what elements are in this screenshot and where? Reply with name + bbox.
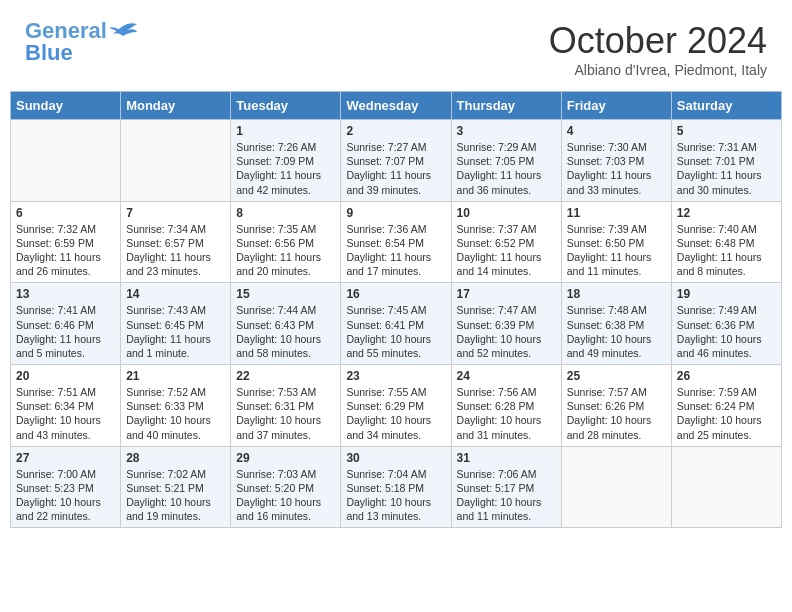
day-number: 19 xyxy=(677,287,776,301)
day-info: Sunset: 7:01 PM xyxy=(677,154,776,168)
day-info: Sunset: 6:38 PM xyxy=(567,318,666,332)
day-info: Daylight: 11 hours and 26 minutes. xyxy=(16,250,115,278)
location-subtitle: Albiano d'Ivrea, Piedmont, Italy xyxy=(549,62,767,78)
day-info: Daylight: 11 hours and 39 minutes. xyxy=(346,168,445,196)
calendar-cell: 21Sunrise: 7:52 AMSunset: 6:33 PMDayligh… xyxy=(121,365,231,447)
calendar-cell: 10Sunrise: 7:37 AMSunset: 6:52 PMDayligh… xyxy=(451,201,561,283)
day-info: Sunset: 7:05 PM xyxy=(457,154,556,168)
day-info: Sunrise: 7:06 AM xyxy=(457,467,556,481)
day-number: 15 xyxy=(236,287,335,301)
day-info: Sunrise: 7:56 AM xyxy=(457,385,556,399)
day-info: Sunrise: 7:35 AM xyxy=(236,222,335,236)
day-info: Sunset: 5:23 PM xyxy=(16,481,115,495)
day-number: 25 xyxy=(567,369,666,383)
day-number: 27 xyxy=(16,451,115,465)
calendar-cell: 1Sunrise: 7:26 AMSunset: 7:09 PMDaylight… xyxy=(231,120,341,202)
calendar-header-row: SundayMondayTuesdayWednesdayThursdayFrid… xyxy=(11,92,782,120)
calendar-cell: 17Sunrise: 7:47 AMSunset: 6:39 PMDayligh… xyxy=(451,283,561,365)
day-number: 3 xyxy=(457,124,556,138)
title-block: October 2024 Albiano d'Ivrea, Piedmont, … xyxy=(549,20,767,78)
calendar-cell: 28Sunrise: 7:02 AMSunset: 5:21 PMDayligh… xyxy=(121,446,231,528)
day-info: Daylight: 11 hours and 8 minutes. xyxy=(677,250,776,278)
day-number: 5 xyxy=(677,124,776,138)
day-info: Sunset: 6:29 PM xyxy=(346,399,445,413)
day-info: Daylight: 11 hours and 42 minutes. xyxy=(236,168,335,196)
day-info: Sunrise: 7:32 AM xyxy=(16,222,115,236)
day-number: 10 xyxy=(457,206,556,220)
day-info: Daylight: 10 hours and 25 minutes. xyxy=(677,413,776,441)
day-number: 6 xyxy=(16,206,115,220)
day-info: Daylight: 10 hours and 52 minutes. xyxy=(457,332,556,360)
day-number: 8 xyxy=(236,206,335,220)
day-info: Sunrise: 7:27 AM xyxy=(346,140,445,154)
day-info: Sunset: 7:07 PM xyxy=(346,154,445,168)
calendar-week-5: 27Sunrise: 7:00 AMSunset: 5:23 PMDayligh… xyxy=(11,446,782,528)
col-header-wednesday: Wednesday xyxy=(341,92,451,120)
calendar-cell: 5Sunrise: 7:31 AMSunset: 7:01 PMDaylight… xyxy=(671,120,781,202)
day-info: Sunrise: 7:52 AM xyxy=(126,385,225,399)
page-header: General Blue October 2024 Albiano d'Ivre… xyxy=(10,10,782,83)
day-info: Sunrise: 7:34 AM xyxy=(126,222,225,236)
day-info: Daylight: 11 hours and 33 minutes. xyxy=(567,168,666,196)
day-info: Sunrise: 7:59 AM xyxy=(677,385,776,399)
calendar-cell: 7Sunrise: 7:34 AMSunset: 6:57 PMDaylight… xyxy=(121,201,231,283)
day-number: 1 xyxy=(236,124,335,138)
day-info: Daylight: 10 hours and 28 minutes. xyxy=(567,413,666,441)
day-info: Daylight: 11 hours and 5 minutes. xyxy=(16,332,115,360)
day-number: 17 xyxy=(457,287,556,301)
logo-bird-icon xyxy=(109,22,137,44)
day-number: 24 xyxy=(457,369,556,383)
calendar-cell: 24Sunrise: 7:56 AMSunset: 6:28 PMDayligh… xyxy=(451,365,561,447)
day-info: Sunset: 6:45 PM xyxy=(126,318,225,332)
calendar-week-4: 20Sunrise: 7:51 AMSunset: 6:34 PMDayligh… xyxy=(11,365,782,447)
day-info: Sunrise: 7:41 AM xyxy=(16,303,115,317)
calendar-cell: 2Sunrise: 7:27 AMSunset: 7:07 PMDaylight… xyxy=(341,120,451,202)
calendar-cell: 27Sunrise: 7:00 AMSunset: 5:23 PMDayligh… xyxy=(11,446,121,528)
logo: General Blue xyxy=(25,20,137,64)
day-info: Sunrise: 7:39 AM xyxy=(567,222,666,236)
day-number: 12 xyxy=(677,206,776,220)
day-info: Daylight: 10 hours and 31 minutes. xyxy=(457,413,556,441)
day-info: Daylight: 10 hours and 55 minutes. xyxy=(346,332,445,360)
day-info: Sunset: 6:57 PM xyxy=(126,236,225,250)
day-number: 29 xyxy=(236,451,335,465)
month-title: October 2024 xyxy=(549,20,767,62)
calendar-cell xyxy=(11,120,121,202)
calendar-cell: 14Sunrise: 7:43 AMSunset: 6:45 PMDayligh… xyxy=(121,283,231,365)
day-info: Sunset: 6:33 PM xyxy=(126,399,225,413)
day-info: Daylight: 10 hours and 40 minutes. xyxy=(126,413,225,441)
day-info: Sunset: 6:54 PM xyxy=(346,236,445,250)
day-info: Sunset: 5:21 PM xyxy=(126,481,225,495)
day-info: Sunrise: 7:36 AM xyxy=(346,222,445,236)
calendar-cell: 19Sunrise: 7:49 AMSunset: 6:36 PMDayligh… xyxy=(671,283,781,365)
day-info: Daylight: 11 hours and 14 minutes. xyxy=(457,250,556,278)
day-info: Sunrise: 7:31 AM xyxy=(677,140,776,154)
day-info: Sunset: 6:31 PM xyxy=(236,399,335,413)
day-info: Sunrise: 7:00 AM xyxy=(16,467,115,481)
day-info: Sunrise: 7:29 AM xyxy=(457,140,556,154)
day-info: Sunset: 6:59 PM xyxy=(16,236,115,250)
day-info: Sunset: 6:56 PM xyxy=(236,236,335,250)
day-info: Daylight: 10 hours and 22 minutes. xyxy=(16,495,115,523)
day-number: 14 xyxy=(126,287,225,301)
day-number: 16 xyxy=(346,287,445,301)
day-info: Sunset: 6:28 PM xyxy=(457,399,556,413)
day-info: Sunrise: 7:51 AM xyxy=(16,385,115,399)
calendar-week-3: 13Sunrise: 7:41 AMSunset: 6:46 PMDayligh… xyxy=(11,283,782,365)
col-header-sunday: Sunday xyxy=(11,92,121,120)
day-info: Sunset: 6:43 PM xyxy=(236,318,335,332)
calendar-cell: 12Sunrise: 7:40 AMSunset: 6:48 PMDayligh… xyxy=(671,201,781,283)
day-info: Daylight: 10 hours and 49 minutes. xyxy=(567,332,666,360)
day-info: Sunset: 5:17 PM xyxy=(457,481,556,495)
day-info: Sunrise: 7:44 AM xyxy=(236,303,335,317)
day-number: 13 xyxy=(16,287,115,301)
calendar-cell: 23Sunrise: 7:55 AMSunset: 6:29 PMDayligh… xyxy=(341,365,451,447)
day-info: Sunrise: 7:53 AM xyxy=(236,385,335,399)
day-number: 26 xyxy=(677,369,776,383)
calendar-cell xyxy=(561,446,671,528)
day-info: Sunset: 5:20 PM xyxy=(236,481,335,495)
col-header-friday: Friday xyxy=(561,92,671,120)
day-info: Daylight: 10 hours and 19 minutes. xyxy=(126,495,225,523)
calendar-table: SundayMondayTuesdayWednesdayThursdayFrid… xyxy=(10,91,782,528)
day-number: 18 xyxy=(567,287,666,301)
